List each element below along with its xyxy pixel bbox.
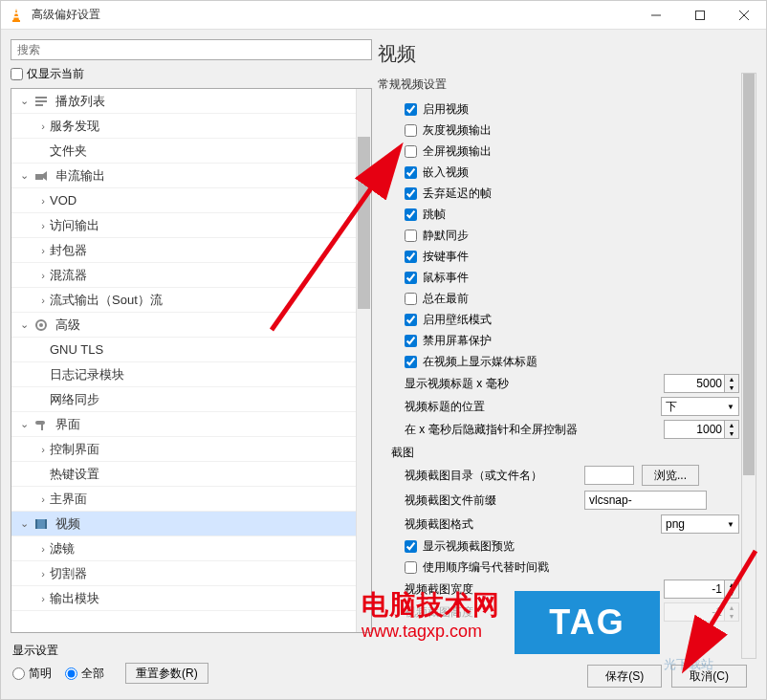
browse-button[interactable]: 浏览... bbox=[642, 465, 699, 486]
tree-main-interface[interactable]: ›主界面 bbox=[11, 487, 371, 512]
cb-drop-late[interactable]: 丢弃延迟的帧 bbox=[378, 183, 739, 204]
tree-gnutls[interactable]: GNU TLS bbox=[11, 338, 371, 362]
spinner[interactable]: ▲▼ bbox=[725, 374, 739, 393]
tree-playlist[interactable]: ⌄播放列表 bbox=[11, 89, 371, 114]
spinner[interactable]: ▲▼ bbox=[725, 580, 739, 599]
snap-fmt-combo[interactable]: png▼ bbox=[661, 514, 739, 534]
only-show-current-label: 仅显示当前 bbox=[27, 66, 84, 82]
chevron-down-icon: ⌄ bbox=[17, 169, 31, 182]
snap-width-input[interactable] bbox=[664, 580, 725, 599]
spinner-down[interactable]: ▼ bbox=[725, 612, 738, 621]
title-ms-input[interactable] bbox=[664, 374, 725, 393]
spinner-down[interactable]: ▼ bbox=[725, 589, 738, 598]
chevron-right-icon: › bbox=[36, 593, 50, 604]
settings-page-title: 视频 bbox=[378, 39, 756, 73]
gear-icon bbox=[33, 317, 50, 334]
close-button[interactable] bbox=[722, 1, 766, 30]
spinner-down[interactable]: ▼ bbox=[725, 429, 738, 438]
chevron-down-icon: ⌄ bbox=[17, 418, 31, 430]
tree-interface[interactable]: ⌄界面 bbox=[11, 412, 371, 437]
spinner-up[interactable]: ▲ bbox=[725, 421, 738, 429]
titlebar: 高级偏好设置 bbox=[1, 1, 766, 30]
tree-netsync[interactable]: 网络同步 bbox=[11, 387, 371, 412]
tree-mixer[interactable]: ›混流器 bbox=[11, 263, 371, 288]
cb-always-top[interactable]: 总在最前 bbox=[378, 288, 739, 309]
spinner[interactable]: ▲▼ bbox=[725, 602, 739, 622]
tree-mux[interactable]: ›封包器 bbox=[11, 238, 371, 263]
spinner-down[interactable]: ▼ bbox=[725, 383, 738, 392]
tree-output-module[interactable]: ›输出模块 bbox=[11, 586, 371, 611]
cb-enable-video[interactable]: 启用视频 bbox=[378, 98, 739, 120]
field-title-ms: 显示视频标题 x 毫秒 ▲▼ bbox=[378, 372, 739, 395]
cancel-button[interactable]: 取消(C) bbox=[671, 665, 747, 688]
cb-wallpaper[interactable]: 启用壁纸模式 bbox=[378, 309, 739, 330]
snap-dir-input[interactable] bbox=[584, 466, 634, 485]
tree-splitter[interactable]: ›切割器 bbox=[11, 561, 371, 586]
cb-gray-output[interactable]: 灰度视频输出 bbox=[378, 120, 739, 141]
tree-log[interactable]: 日志记录模块 bbox=[11, 362, 371, 387]
snap-height-input[interactable] bbox=[664, 602, 725, 622]
cb-disable-ss[interactable]: 禁用屏幕保护 bbox=[378, 330, 739, 351]
right-scrollbar[interactable] bbox=[741, 73, 756, 659]
snap-prefix-input[interactable] bbox=[584, 491, 707, 510]
cb-mouse-event[interactable]: 鼠标事件 bbox=[378, 267, 739, 288]
right-scrollbar-thumb[interactable] bbox=[743, 74, 755, 475]
group-general-video: 常规视频设置 bbox=[378, 73, 739, 98]
field-snap-height: 视频截图高度 ▲▼ bbox=[378, 601, 739, 623]
cb-skip-frame[interactable]: 跳帧 bbox=[378, 204, 739, 225]
svg-rect-1 bbox=[14, 12, 18, 14]
svg-point-12 bbox=[39, 323, 43, 327]
radio-simple[interactable]: 简明 bbox=[12, 666, 52, 682]
cb-quiet-sync[interactable]: 静默同步 bbox=[378, 225, 739, 246]
display-settings-title: 显示设置 bbox=[12, 643, 370, 659]
field-title-pos: 视频标题的位置 下▼ bbox=[378, 395, 739, 418]
only-show-current-checkbox[interactable]: 仅显示当前 bbox=[11, 64, 372, 84]
brush-icon bbox=[33, 416, 50, 433]
vlc-icon bbox=[9, 8, 24, 23]
tree-stream-output[interactable]: ⌄串流输出 bbox=[11, 164, 371, 188]
svg-rect-8 bbox=[35, 100, 47, 102]
settings-tree[interactable]: ⌄播放列表 ›服务发现 文件夹 ⌄串流输出 ›VOD ›访问输出 ›封包器 ›混… bbox=[11, 88, 372, 633]
cb-use-seq[interactable]: 使用顺序编号代替时间戳 bbox=[378, 557, 739, 578]
save-button[interactable]: 保存(S) bbox=[587, 665, 662, 688]
tree-advanced[interactable]: ⌄高级 bbox=[11, 313, 371, 338]
cb-key-event[interactable]: 按键事件 bbox=[378, 246, 739, 267]
radio-all[interactable]: 全部 bbox=[65, 666, 104, 682]
chevron-right-icon: › bbox=[36, 543, 50, 555]
search-input[interactable] bbox=[11, 39, 372, 60]
title-pos-combo[interactable]: 下▼ bbox=[661, 397, 739, 416]
tree-filter[interactable]: ›滤镜 bbox=[11, 536, 371, 561]
tree-hotkey[interactable]: 热键设置 bbox=[11, 462, 371, 487]
cb-fullscreen[interactable]: 全屏视频输出 bbox=[378, 141, 739, 162]
tree-video[interactable]: ⌄视频 bbox=[11, 512, 371, 536]
cb-show-preview[interactable]: 显示视频截图预览 bbox=[378, 536, 739, 557]
spinner-up[interactable]: ▲ bbox=[725, 603, 738, 612]
spinner[interactable]: ▲▼ bbox=[725, 420, 739, 439]
tree-service-discovery[interactable]: ›服务发现 bbox=[11, 114, 371, 139]
field-hide-ms: 在 x 毫秒后隐藏指针和全屏控制器 ▲▼ bbox=[378, 418, 739, 441]
field-snap-prefix: 视频截图文件前缀 bbox=[378, 488, 739, 513]
spinner-up[interactable]: ▲ bbox=[725, 375, 738, 383]
maximize-button[interactable] bbox=[678, 1, 722, 30]
cb-show-title[interactable]: 在视频上显示媒体标题 bbox=[378, 351, 739, 372]
chevron-right-icon: › bbox=[36, 493, 50, 505]
hide-ms-input[interactable] bbox=[664, 420, 725, 439]
svg-rect-0 bbox=[12, 20, 20, 22]
tree-sout[interactable]: ›流式输出（Sout）流 bbox=[11, 288, 371, 313]
chevron-down-icon: ⌄ bbox=[17, 95, 31, 107]
reset-button[interactable]: 重置参数(R) bbox=[125, 663, 208, 684]
stream-icon bbox=[33, 167, 50, 185]
tree-vod[interactable]: ›VOD bbox=[11, 188, 371, 213]
snapshot-header: 截图 bbox=[378, 441, 739, 463]
tree-folder[interactable]: 文件夹 bbox=[11, 139, 371, 164]
minimize-button[interactable] bbox=[634, 1, 678, 30]
only-show-current-input[interactable] bbox=[11, 68, 23, 80]
cb-embed[interactable]: 嵌入视频 bbox=[378, 162, 739, 183]
spinner-up[interactable]: ▲ bbox=[725, 580, 738, 589]
chevron-right-icon: › bbox=[36, 270, 50, 281]
tree-access-output[interactable]: ›访问输出 bbox=[11, 213, 371, 238]
tree-ctrl-interface[interactable]: ›控制界面 bbox=[11, 437, 371, 462]
video-icon bbox=[33, 515, 50, 533]
tree-scrollbar-thumb[interactable] bbox=[358, 137, 370, 309]
tree-scrollbar[interactable] bbox=[356, 89, 371, 632]
